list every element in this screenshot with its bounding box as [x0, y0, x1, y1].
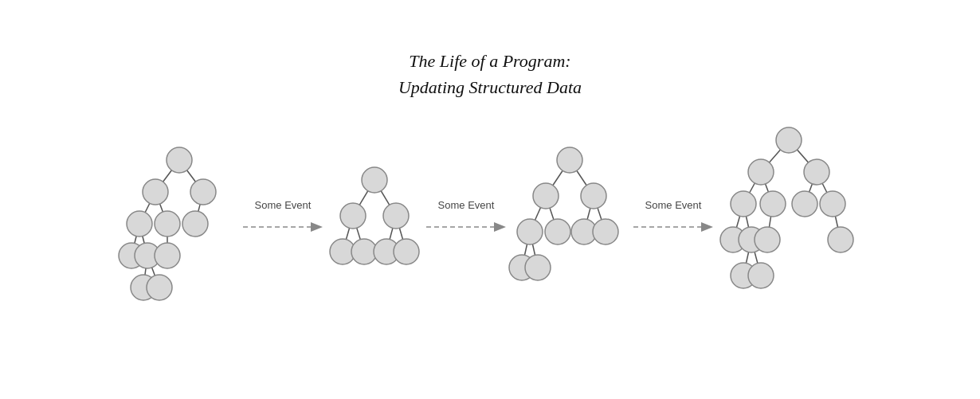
svg-point-47: [533, 183, 559, 209]
svg-point-14: [155, 211, 180, 237]
svg-point-79: [828, 227, 853, 252]
diagram-area: Some Event Some Event: [0, 124, 980, 319]
arrow3-label: Some Event: [645, 199, 702, 211]
tree2: [331, 156, 418, 287]
svg-point-75: [820, 191, 845, 217]
svg-point-48: [581, 183, 606, 209]
svg-point-13: [127, 211, 152, 237]
svg-point-73: [760, 191, 786, 217]
tree3: [514, 140, 625, 303]
arrow2-label: Some Event: [438, 199, 495, 211]
title-line1: The Life of a Program:: [0, 48, 980, 74]
svg-point-11: [143, 179, 168, 205]
svg-point-31: [383, 203, 409, 229]
tree4: [721, 124, 857, 319]
arrow1-label: Some Event: [255, 199, 312, 211]
svg-point-18: [155, 243, 180, 268]
svg-point-71: [804, 159, 829, 185]
svg-point-33: [351, 239, 377, 264]
svg-point-29: [362, 167, 387, 193]
svg-point-78: [755, 227, 780, 252]
tree1: [123, 136, 235, 307]
svg-point-30: [340, 203, 366, 229]
svg-point-74: [792, 191, 817, 217]
svg-point-10: [167, 147, 192, 173]
svg-marker-56: [701, 222, 713, 232]
title-block: The Life of a Program: Updating Structur…: [0, 0, 980, 100]
svg-point-49: [517, 219, 543, 244]
svg-point-72: [731, 191, 756, 217]
svg-point-52: [593, 219, 618, 244]
arrow1: Some Event: [235, 199, 331, 237]
svg-marker-37: [494, 222, 506, 232]
svg-point-54: [525, 255, 551, 280]
svg-point-15: [182, 211, 208, 237]
svg-point-50: [545, 219, 570, 244]
svg-point-70: [748, 159, 774, 185]
arrow2: Some Event: [418, 199, 514, 237]
svg-point-81: [748, 263, 774, 288]
svg-point-12: [190, 179, 216, 205]
arrow3: Some Event: [625, 199, 721, 237]
svg-point-20: [147, 275, 172, 300]
svg-point-35: [394, 239, 419, 264]
svg-point-69: [776, 127, 802, 153]
title-line2: Updating Structured Data: [0, 74, 980, 100]
svg-point-46: [557, 147, 582, 173]
svg-marker-22: [311, 222, 323, 232]
